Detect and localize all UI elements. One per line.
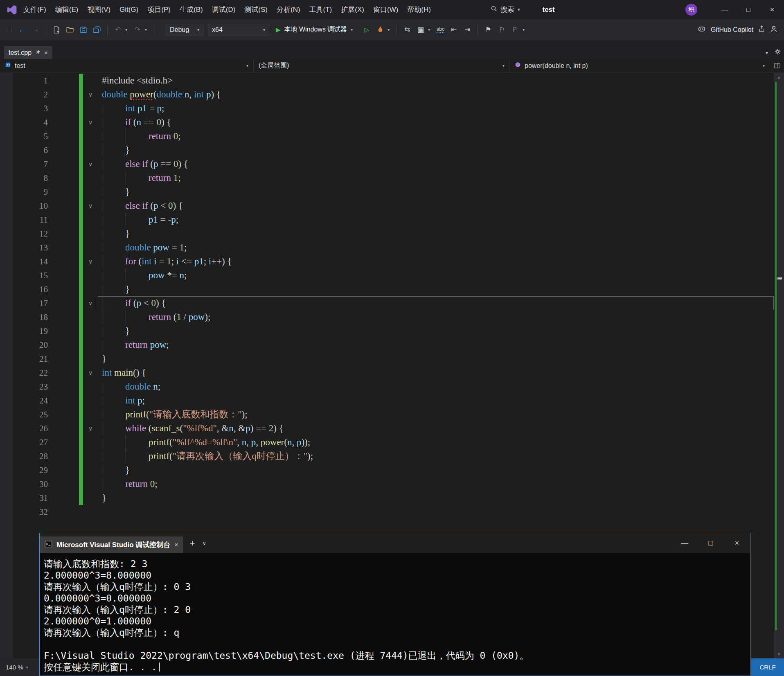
- code-line-20[interactable]: 20return pow;: [0, 338, 774, 352]
- menu-item-11[interactable]: 窗口(W): [369, 0, 403, 19]
- code-text[interactable]: double pow = 1;: [98, 241, 774, 255]
- maximize-button[interactable]: □: [737, 0, 760, 19]
- breakpoint-margin[interactable]: [48, 143, 79, 157]
- breakpoint-margin[interactable]: [48, 157, 79, 171]
- breakpoint-margin[interactable]: [48, 366, 79, 380]
- solution-configuration-combo[interactable]: Debug ▾: [166, 24, 203, 36]
- code-line-16[interactable]: 16}: [0, 282, 774, 296]
- breakpoint-margin[interactable]: [48, 463, 79, 477]
- code-text[interactable]: else if (p < 0) {: [98, 199, 774, 213]
- code-text[interactable]: }: [98, 185, 774, 199]
- console-tab[interactable]: Microsoft Visual Studio 调试控制台 ×: [40, 536, 183, 553]
- breakpoint-margin[interactable]: [48, 477, 79, 491]
- code-lines[interactable]: 1#include <stdio.h>2∨double power(double…: [0, 74, 774, 519]
- fold-chevron-icon[interactable]: ∨: [83, 255, 98, 268]
- undo-button[interactable]: ↶: [112, 24, 124, 36]
- code-line-14[interactable]: 14∨for (int i = 1; i <= p1; i++) {: [0, 255, 774, 268]
- code-line-6[interactable]: 6}: [0, 143, 774, 157]
- fold-chevron-icon[interactable]: ∨: [83, 421, 98, 435]
- code-text[interactable]: for (int i = 1; i <= p1; i++) {: [98, 255, 774, 268]
- code-line-22[interactable]: 22∨int main() {: [0, 366, 774, 380]
- code-line-28[interactable]: 28printf("请再次输入（输入q时停止）：");: [0, 449, 774, 463]
- tab-settings-gear-icon[interactable]: [775, 49, 781, 56]
- frame-selection-button[interactable]: ▣: [415, 24, 427, 36]
- fold-chevron-icon[interactable]: ∨: [83, 366, 98, 380]
- code-text[interactable]: if (p < 0) {: [98, 296, 774, 310]
- menu-item-3[interactable]: Git(G): [115, 0, 143, 19]
- toolbar-gripper[interactable]: ⋮⋮: [4, 27, 13, 33]
- hot-reload-icon[interactable]: [374, 24, 386, 36]
- breakpoint-margin[interactable]: [48, 88, 79, 101]
- new-file-button[interactable]: [50, 24, 63, 36]
- breakpoint-margin[interactable]: [48, 449, 79, 463]
- code-text[interactable]: return (1 / pow);: [98, 310, 774, 324]
- console-maximize-button[interactable]: □: [698, 533, 724, 553]
- code-text[interactable]: pow *= n;: [98, 268, 774, 282]
- sync-with-active-document-button[interactable]: ⇆: [401, 24, 413, 36]
- menu-item-9[interactable]: 工具(T): [305, 0, 337, 19]
- code-line-31[interactable]: 31}: [0, 491, 774, 505]
- navigate-back-button[interactable]: ←: [16, 24, 28, 36]
- code-line-23[interactable]: 23double n;: [0, 380, 774, 394]
- breakpoint-margin[interactable]: [48, 199, 79, 213]
- close-button[interactable]: ×: [760, 0, 784, 19]
- code-line-3[interactable]: 3int p1 = p;: [0, 101, 774, 115]
- code-text[interactable]: while (scanf_s("%lf%d", &n, &p) == 2) {: [98, 421, 774, 435]
- code-line-21[interactable]: 21}: [0, 352, 774, 366]
- code-text[interactable]: double power(double n, int p) {: [98, 88, 774, 101]
- previous-bookmark-button[interactable]: ⚐: [496, 24, 508, 36]
- redo-button[interactable]: ↷: [131, 24, 144, 36]
- code-text[interactable]: int p;: [98, 394, 774, 408]
- bookmark-caret-icon[interactable]: ▾: [523, 27, 527, 32]
- scroll-down-icon[interactable]: ▾: [774, 651, 784, 657]
- breakpoint-margin[interactable]: [48, 227, 79, 241]
- breakpoint-margin[interactable]: [48, 421, 79, 435]
- code-text[interactable]: p1 = -p;: [98, 213, 774, 227]
- menu-item-4[interactable]: 项目(P): [143, 0, 175, 19]
- code-text[interactable]: return 1;: [98, 171, 774, 185]
- code-line-2[interactable]: 2∨double power(double n, int p) {: [0, 88, 774, 101]
- fold-chevron-icon[interactable]: ∨: [83, 296, 98, 310]
- breakpoint-margin[interactable]: [48, 435, 79, 449]
- code-line-27[interactable]: 27printf("%lf^%d=%lf\n", n, p, power(n, …: [0, 435, 774, 449]
- breakpoint-margin[interactable]: [48, 296, 79, 310]
- nav-project-combo[interactable]: test ▾: [0, 59, 254, 72]
- code-line-11[interactable]: 11p1 = -p;: [0, 213, 774, 227]
- code-line-18[interactable]: 18return (1 / pow);: [0, 310, 774, 324]
- navigate-forward-button[interactable]: →: [29, 24, 42, 36]
- minimize-button[interactable]: —: [713, 0, 737, 19]
- code-text[interactable]: printf("请再次输入（输入q时停止）：");: [98, 449, 774, 463]
- account-avatar[interactable]: 积: [685, 4, 697, 16]
- console-output[interactable]: 请输入底数和指数: 2 32.000000^3=8.000000请再次输入（输入…: [40, 553, 750, 676]
- code-line-8[interactable]: 8return 1;: [0, 171, 774, 185]
- breakpoint-margin[interactable]: [48, 408, 79, 421]
- breakpoint-margin[interactable]: [48, 380, 79, 394]
- tab-list-chevron-icon[interactable]: ▾: [766, 50, 768, 56]
- code-line-1[interactable]: 1#include <stdio.h>: [0, 74, 774, 88]
- breakpoint-margin[interactable]: [48, 241, 79, 255]
- fold-chevron-icon[interactable]: ∨: [83, 157, 98, 171]
- menu-item-10[interactable]: 扩展(X): [336, 0, 369, 19]
- menu-item-0[interactable]: 文件(F): [19, 0, 51, 19]
- zoom-control[interactable]: 140 % ▾: [0, 664, 34, 671]
- menu-item-7[interactable]: 测试(S): [240, 0, 272, 19]
- save-all-button[interactable]: [91, 24, 103, 36]
- menu-item-8[interactable]: 分析(N): [272, 0, 305, 19]
- code-text[interactable]: return pow;: [98, 338, 774, 352]
- code-text[interactable]: [98, 505, 774, 519]
- code-line-29[interactable]: 29}: [0, 463, 774, 477]
- solution-platform-combo[interactable]: x64 ▾: [208, 24, 269, 36]
- menu-item-2[interactable]: 视图(V): [83, 0, 115, 19]
- eol-indicator[interactable]: CRLF: [751, 658, 784, 676]
- code-line-25[interactable]: 25printf("请输入底数和指数：");: [0, 408, 774, 421]
- code-text[interactable]: }: [98, 324, 774, 338]
- breakpoint-margin[interactable]: [48, 129, 79, 143]
- debug-target-caret-icon[interactable]: ▾: [351, 27, 356, 32]
- code-line-32[interactable]: 32: [0, 505, 774, 519]
- decrease-indent-button[interactable]: ⇤: [448, 24, 460, 36]
- code-text[interactable]: int main() {: [98, 366, 774, 380]
- code-text[interactable]: }: [98, 282, 774, 296]
- tab-testcpp[interactable]: test.cpp ×: [4, 46, 52, 59]
- console-title-bar[interactable]: Microsoft Visual Studio 调试控制台 × + ∨ — □ …: [40, 533, 750, 553]
- menu-item-5[interactable]: 生成(B): [175, 0, 207, 19]
